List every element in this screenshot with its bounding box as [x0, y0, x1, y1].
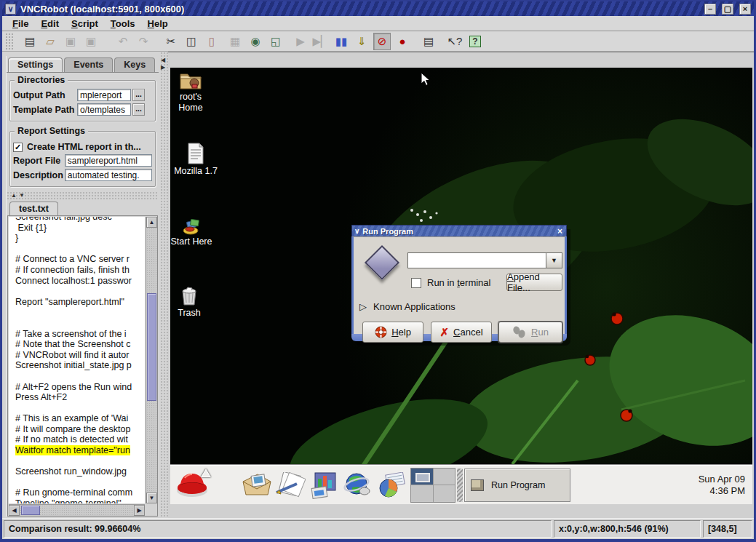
workspace-2[interactable]	[434, 469, 455, 485]
open-script-button[interactable]: ▱	[41, 33, 59, 50]
expander-triangle-icon[interactable]: ▷	[359, 301, 367, 312]
menu-tools[interactable]: Tools	[108, 17, 142, 31]
minimize-button[interactable]: –	[704, 4, 716, 15]
help-button[interactable]: ?	[466, 33, 484, 50]
create-html-report-label: Create HTML report in th...	[27, 142, 141, 152]
desktop-icon-mozilla[interactable]: Mozilla 1.7	[174, 143, 218, 177]
checkbox-box[interactable]	[411, 278, 421, 288]
splitter-collapse-up-icon[interactable]: ▲	[11, 193, 17, 199]
cancel-button[interactable]: ✗ Cancel	[431, 322, 492, 343]
window-titlebar[interactable]: ∨ VNCRobot (localhost:5901, 800x600) – ▢…	[2, 1, 754, 16]
editor-line: }	[15, 233, 145, 244]
dialog-menu-icon[interactable]: ∨	[354, 228, 359, 235]
split-collapse-left-icon[interactable]: ◀	[161, 57, 165, 63]
dialog-titlebar[interactable]: ∨ Run Program ×	[351, 225, 567, 236]
undo-button: ↶	[114, 33, 132, 50]
editor-line: # Alt+F2 opens the Run wind	[15, 382, 145, 393]
remote-desktop[interactable]: root's Home Mozilla 1.7	[170, 68, 752, 504]
horizontal-scroll-thumb[interactable]	[21, 506, 40, 515]
run-in-terminal-checkbox[interactable]: Run in terminal	[411, 277, 490, 288]
editor-vertical-scrollbar[interactable]: ▲ ▼	[146, 217, 157, 503]
template-path-field[interactable]: o/templates	[77, 103, 131, 116]
vertical-scroll-thumb[interactable]	[147, 293, 156, 401]
toolbar-drag-handle[interactable]	[5, 33, 14, 50]
main-menu-button[interactable]	[175, 467, 215, 503]
workspace-4[interactable]	[434, 485, 455, 502]
export-report-button[interactable]: ⇓	[353, 33, 370, 50]
launcher-calc[interactable]	[374, 468, 407, 503]
capture-window-button[interactable]: ◱	[267, 33, 285, 50]
scroll-down-icon[interactable]: ▼	[146, 493, 157, 503]
panel-clock[interactable]: Sun Apr 09 4:36 PM	[699, 474, 745, 497]
editor-line: Typeline "gnome-terminal"	[15, 498, 145, 503]
run-button: Run	[498, 322, 562, 343]
paste-button[interactable]: ▯	[203, 33, 220, 50]
menu-edit[interactable]: Edit	[38, 17, 65, 31]
scroll-left-icon[interactable]: ◀	[9, 505, 20, 516]
editor-horizontal-scrollbar[interactable]: ◀ ▶	[9, 504, 145, 516]
stop-record-button[interactable]: ●	[394, 33, 411, 50]
script-editor-text[interactable]: Screenshot fail.jpg desc Exit {1}} # Con…	[9, 217, 145, 503]
create-html-report-checkbox[interactable]: ✓	[13, 143, 23, 152]
editor-line: # Run gnome-terminal comm	[15, 487, 145, 498]
command-combobox[interactable]: ▼	[407, 252, 562, 268]
output-path-field[interactable]: mplereport	[77, 89, 131, 101]
splitter-collapse-down-icon[interactable]: ▼	[19, 193, 25, 199]
template-path-label: Template Path	[13, 105, 77, 115]
menu-script[interactable]: Script	[68, 17, 105, 31]
tab-test-txt[interactable]: test.txt	[9, 202, 58, 216]
record-disabled-button[interactable]: ⊘	[373, 33, 391, 50]
copy-button[interactable]: ◫	[183, 33, 200, 50]
editor-line-highlighted: Waitfor match template="run	[15, 445, 145, 456]
workspace-switcher[interactable]	[410, 468, 455, 503]
panel-drag-handle[interactable]	[457, 469, 463, 502]
launcher-writer[interactable]	[274, 468, 307, 503]
window-menu-icon[interactable]: ∨	[5, 4, 16, 15]
scroll-up-icon[interactable]: ▲	[146, 217, 157, 228]
tab-events[interactable]: Events	[64, 57, 113, 72]
redo-icon: ↷	[139, 36, 148, 47]
scroll-right-icon[interactable]: ▶	[134, 505, 145, 516]
pause-button[interactable]: ▮▮	[333, 33, 350, 50]
close-button[interactable]: ×	[739, 4, 751, 15]
task-button-run-program[interactable]: Run Program	[464, 469, 570, 502]
maximize-button[interactable]: ▢	[722, 4, 733, 15]
split-collapse-right-icon[interactable]: ▶	[161, 65, 165, 71]
sidebar-splitter[interactable]: ▲ ▼	[7, 191, 159, 200]
output-path-browse-button[interactable]: ...	[132, 89, 145, 101]
mouse-cursor-icon	[421, 72, 431, 87]
alert-triangle-icon[interactable]	[201, 469, 211, 477]
desktop-icon-roots-home[interactable]: root's Home	[170, 71, 211, 113]
new-script-button[interactable]: ▤	[21, 33, 39, 50]
help-button[interactable]: Help	[362, 322, 423, 343]
cursor-coordinates-status: [348,5]	[703, 520, 752, 538]
menu-file[interactable]: File	[9, 17, 35, 31]
description-field[interactable]: automated testing.	[65, 169, 152, 181]
copy-icon: ◫	[186, 36, 196, 47]
append-file-button[interactable]: Append File...	[506, 274, 562, 291]
paste-icon: ▯	[209, 36, 215, 47]
known-applications-expander[interactable]: ▷ Known Applications	[359, 301, 455, 312]
document-icon	[187, 143, 204, 164]
menu-help[interactable]: Help	[145, 17, 175, 31]
cut-button[interactable]: ✂	[162, 33, 180, 50]
export-report-icon: ⇓	[357, 36, 367, 47]
report-file-field[interactable]: samplereport.html	[65, 154, 152, 167]
template-path-browse-button[interactable]: ...	[132, 103, 145, 116]
editor-line: Screenshot initial_state.jpg p	[15, 360, 145, 371]
launcher-email[interactable]	[240, 468, 274, 503]
context-help-button[interactable]: ↖?	[446, 33, 463, 50]
launcher-browser[interactable]	[341, 468, 374, 503]
command-input[interactable]	[408, 253, 546, 268]
workspace-1[interactable]	[411, 469, 433, 485]
dialog-close-icon[interactable]: ×	[556, 227, 564, 236]
tab-settings[interactable]: Settings	[8, 57, 63, 72]
launcher-impress[interactable]	[307, 468, 341, 503]
variables-button[interactable]: ▤	[420, 33, 437, 50]
workspace-3[interactable]	[411, 485, 433, 502]
combo-dropdown-icon[interactable]: ▼	[546, 253, 562, 268]
screenshot-button[interactable]: ◉	[247, 33, 264, 50]
tab-keys[interactable]: Keys	[114, 57, 155, 72]
desktop-icon-start-here[interactable]: Start Here	[170, 217, 212, 247]
desktop-icon-trash[interactable]: Trash	[170, 285, 208, 319]
